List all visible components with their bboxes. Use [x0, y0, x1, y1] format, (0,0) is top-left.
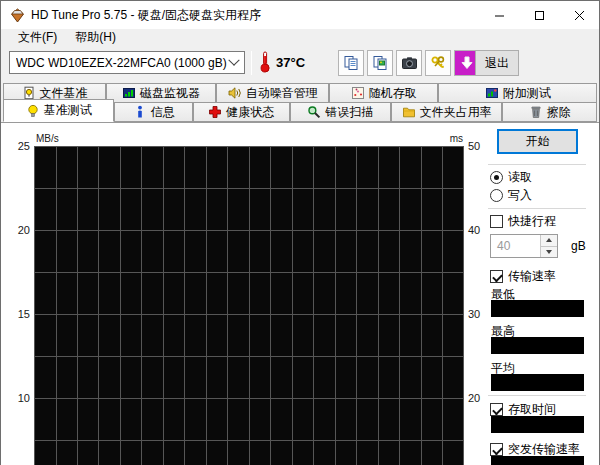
stepper-up-button[interactable]: [541, 235, 557, 247]
random-access-icon: [351, 86, 365, 100]
tab-disk-monitor[interactable]: 磁盘监视器: [106, 83, 216, 102]
drive-select[interactable]: WDC WD10EZEX-22MFCA0 (1000 gB): [9, 51, 245, 74]
tab-extra-tests[interactable]: 附加测试: [438, 83, 597, 102]
tab-label: 磁盘监视器: [140, 85, 200, 102]
health-cross-icon: [208, 105, 222, 119]
window-title: HD Tune Pro 5.75 - 硬盘/固态硬盘实用程序: [31, 7, 261, 24]
arrow-down-icon: [546, 250, 552, 254]
title-bar: HD Tune Pro 5.75 - 硬盘/固态硬盘实用程序: [1, 1, 599, 29]
tab-label: 文件夹占用率: [420, 104, 492, 121]
info-icon: [133, 105, 147, 119]
tab-label: 自动噪音管理: [246, 85, 318, 102]
tab-folder-usage[interactable]: 文件夹占用率: [391, 102, 502, 122]
write-radio[interactable]: 写入: [490, 187, 532, 204]
tab-health[interactable]: 健康状态: [193, 102, 290, 122]
close-button[interactable]: [559, 1, 599, 29]
download-arrow-icon: [459, 55, 475, 71]
y-axis-tick-left: 20: [1, 224, 30, 236]
write-radio-label: 写入: [508, 187, 532, 204]
speaker-icon: [228, 86, 242, 100]
short-stroke-checkbox[interactable]: 快捷行程: [490, 213, 556, 230]
toolbar-separator: [251, 51, 252, 75]
capacity-value: 40: [491, 235, 540, 257]
tab-error-scan[interactable]: 错误扫描: [290, 102, 391, 122]
toolbar: WDC WD10EZEX-22MFCA0 (1000 gB) 37°C: [1, 47, 599, 79]
temperature-indicator: 37°C: [258, 50, 305, 74]
keys-button[interactable]: [425, 50, 451, 76]
window-controls: [479, 1, 599, 29]
benchmark-chart: [34, 146, 464, 465]
access-time-value-box: [491, 416, 584, 433]
arrow-up-icon: [546, 238, 552, 242]
drive-select-value: WDC WD10EZEX-22MFCA0 (1000 gB): [16, 56, 230, 70]
chevron-down-icon: [228, 54, 239, 65]
checkbox-icon: [490, 215, 503, 228]
tab-acoustic-management[interactable]: 自动噪音管理: [216, 83, 329, 102]
exit-button[interactable]: 退出: [475, 50, 519, 76]
keys-icon: [430, 55, 447, 71]
y-axis-tick-left: 25: [1, 140, 30, 152]
tab-random-access[interactable]: 随机存取: [329, 83, 438, 102]
right-axis-unit: ms: [441, 133, 463, 144]
extra-tests-icon: [485, 86, 499, 100]
copy-text-icon: [343, 55, 359, 71]
disk-monitor-icon: [122, 86, 136, 100]
minimize-button[interactable]: [479, 1, 519, 29]
tab-row-2: 基准测试 信息 健康状态 错误扫描: [3, 102, 597, 122]
file-benchmark-icon: [22, 86, 36, 100]
tab-label: 信息: [151, 104, 175, 121]
temperature-value: 37°C: [276, 55, 305, 70]
copy-image-icon: [372, 55, 388, 71]
app-window: HD Tune Pro 5.75 - 硬盘/固态硬盘实用程序 文件(F) 帮助(…: [0, 0, 600, 465]
start-button[interactable]: 开始: [497, 129, 578, 154]
capacity-stepper[interactable]: 40: [490, 234, 558, 258]
tab-label: 基准测试: [44, 102, 92, 119]
trash-icon: [529, 105, 543, 119]
stepper-down-button[interactable]: [541, 247, 557, 258]
transfer-rate-label: 传输速率: [508, 268, 556, 285]
menu-file[interactable]: 文件(F): [9, 28, 66, 48]
tab-info[interactable]: 信息: [114, 102, 193, 122]
separator: [488, 395, 586, 396]
checkbox-icon: [490, 403, 503, 416]
left-axis-unit: MB/s: [36, 133, 59, 144]
tab-benchmark[interactable]: 基准测试: [3, 99, 114, 122]
separator: [488, 208, 586, 209]
separator: [488, 164, 586, 165]
checkbox-icon: [490, 270, 503, 283]
benchmark-options-panel: 开始 读取 写入 快捷行程 40 gB: [485, 123, 591, 465]
menu-help[interactable]: 帮助(H): [66, 28, 125, 48]
checkbox-icon: [490, 443, 503, 456]
thermometer-icon: [258, 50, 272, 74]
burst-rate-value-box: [491, 456, 584, 465]
maximize-button[interactable]: [519, 1, 559, 29]
tab-label: 擦除: [547, 104, 571, 121]
tab-label: 随机存取: [369, 85, 417, 102]
radio-icon: [490, 171, 503, 184]
lightbulb-icon: [26, 104, 40, 118]
tab-strip: 文件基准 磁盘监视器 自动噪音管理: [1, 79, 599, 122]
app-logo-icon: [10, 8, 25, 23]
y-axis-tick-left: 10: [1, 392, 30, 404]
tab-label: 附加测试: [503, 85, 551, 102]
read-radio[interactable]: 读取: [490, 169, 532, 186]
transfer-rate-checkbox[interactable]: 传输速率: [490, 268, 556, 285]
avg-value-box: [491, 374, 584, 391]
stepper-buttons: [540, 235, 557, 257]
menu-bar: 文件(F) 帮助(H): [1, 29, 599, 47]
capacity-unit: gB: [571, 239, 586, 253]
y-axis-tick-left: 15: [1, 308, 30, 320]
short-stroke-label: 快捷行程: [508, 213, 556, 230]
tab-label: 错误扫描: [325, 104, 373, 121]
copy-image-button[interactable]: [367, 50, 393, 76]
read-radio-label: 读取: [508, 169, 532, 186]
radio-icon: [490, 189, 503, 202]
min-value-box: [491, 300, 584, 317]
tab-label: 健康状态: [226, 104, 274, 121]
max-value-box: [491, 337, 584, 354]
tab-erase[interactable]: 擦除: [502, 102, 597, 122]
copy-text-button[interactable]: [338, 50, 364, 76]
benchmark-page: MB/s ms 25201510 50403020 开始 读取 写入 快捷行程: [1, 122, 599, 465]
magnifier-icon: [307, 105, 321, 119]
screenshot-button[interactable]: [396, 50, 422, 76]
